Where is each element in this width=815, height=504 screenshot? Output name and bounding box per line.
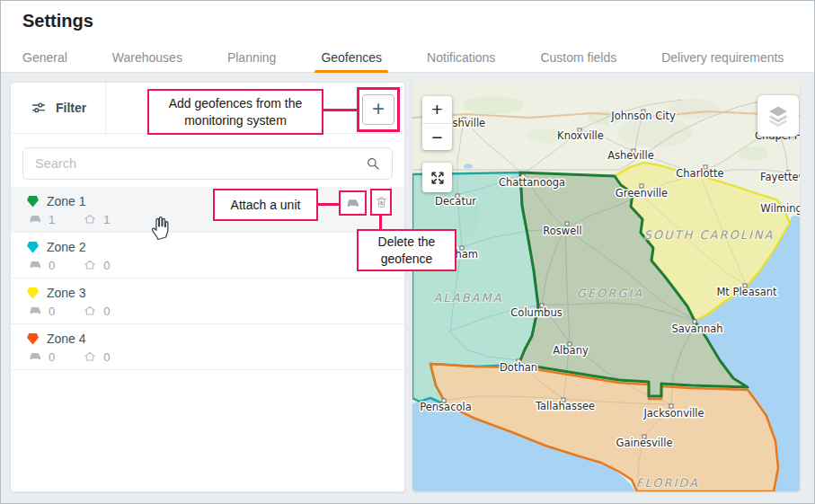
zoom-in-button[interactable]: + [422,96,452,123]
city-label: Gainesville [616,437,673,449]
vehicle-count-icon [28,304,42,318]
warehouse-count-icon [83,258,97,272]
vehicle-count-icon [28,212,42,226]
city-label: Chattanooga [499,176,565,189]
layers-button[interactable] [757,95,799,137]
map-zoom-control: + − [422,96,452,150]
plus-icon: + [372,98,385,119]
vehicle-count: 0 [49,259,55,272]
zone-color-icon [27,333,39,345]
callout-add-geofences: Add geofences from the monitoring system [147,89,323,135]
zone-row-2[interactable]: Zone 2 0 0 [11,233,404,279]
zone-row-1[interactable]: Zone 1 1 1 Attach a unit [11,187,404,233]
fullscreen-icon [429,169,447,187]
city-label: Savannah [671,323,722,335]
filter-button[interactable]: Filter [11,83,106,133]
warehouse-count-icon [83,349,97,364]
city-label: Fayetteville [760,171,800,183]
map-panel: NashvilleKnoxvilleJohnson CityAshevilleC… [412,80,800,491]
delete-geofence-button[interactable] [374,195,389,210]
zone-name: Zone 4 [47,332,86,346]
state-label: GEORGIA [577,287,643,300]
warehouse-count-icon [83,304,97,318]
layers-icon [765,102,792,129]
tab-geofences[interactable]: Geofences [314,42,388,72]
city-label: Johnson City [610,110,676,122]
trash-icon [374,195,389,210]
add-geofence-button[interactable]: + [362,94,394,125]
tab-planning[interactable]: Planning [221,42,283,72]
tab-general[interactable]: General [16,42,74,72]
warehouse-count-icon [83,212,97,226]
city-label: Charlotte [676,167,723,180]
zone-name: Zone 2 [47,240,86,254]
search-row [11,134,404,187]
geofences-list-panel: Filter Add geofences from the monitoring… [10,82,405,492]
state-label: SOUTH CAROLINA [644,228,775,242]
geofences-toolbar: Filter Add geofences from the monitoring… [11,83,404,134]
city-label: Columbus [510,306,562,319]
filter-label: Filter [56,101,86,115]
zone-name: Zone 1 [47,194,86,208]
warehouse-count: 0 [103,259,110,272]
warehouse-count: 0 [103,305,110,318]
content-area: Filter Add geofences from the monitoring… [1,73,814,503]
city-label: Jacksonville [642,407,704,420]
callout-connector [323,109,357,111]
filter-icon [31,100,47,116]
city-label: Decatur [435,195,476,208]
search-input-wrapper [22,147,393,180]
attach-unit-button[interactable] [345,196,360,211]
map-canvas[interactable]: NashvilleKnoxvilleJohnson CityAshevilleC… [412,80,800,491]
city-label: Knoxville [557,129,604,142]
search-icon [365,155,381,172]
tab-custom-fields[interactable]: Custom fields [534,42,623,72]
vehicle-count-icon [28,349,42,364]
vehicle-count: 0 [49,350,55,364]
tab-warehouses[interactable]: Warehouses [106,42,189,72]
zone-name: Zone 3 [47,286,86,300]
zone-list: Zone 1 1 1 Attach a unit [11,187,404,370]
vehicle-count: 1 [49,213,55,226]
zone-color-icon [27,287,39,299]
state-label: ALABAMA [433,291,502,305]
zone-color-icon [27,196,39,208]
warehouse-count: 1 [103,213,110,226]
city-label: Pensacola [420,401,472,413]
settings-tabs: General Warehouses Planning Geofences No… [1,42,814,73]
city-label: Tallahassee [535,400,595,412]
city-label: Albany [553,344,589,357]
tab-notifications[interactable]: Notifications [421,42,501,72]
delete-geofence-highlight [370,189,392,216]
tab-delivery-requirements[interactable]: Delivery requirements [655,42,790,72]
vehicle-count: 0 [49,305,55,318]
settings-screen: Settings General Warehouses Planning Geo… [0,0,815,504]
zone-color-icon [27,242,39,253]
callout-attach-unit: Attach a unit [213,189,318,221]
city-label: Mt Pleasant [716,286,777,298]
car-icon [345,196,360,211]
city-label: Greenville [616,187,668,199]
search-input[interactable] [23,148,392,179]
callout-delete-geofence: Delete the geofence [357,229,456,271]
attach-unit-highlight [339,190,367,216]
city-label: Wilmington [760,202,800,215]
callout-connector [379,214,382,229]
warehouse-count: 0 [103,350,110,364]
zoom-out-button[interactable]: − [422,123,452,150]
state-label: FLORIDA [636,476,699,490]
vehicle-count-icon [28,258,42,272]
add-geofence-highlight: + [357,87,400,132]
fullscreen-button[interactable] [422,163,452,192]
zone-row-3[interactable]: Zone 3 0 0 [11,279,404,324]
city-label: Roswell [543,225,581,237]
page-title: Settings [22,11,93,31]
callout-connector [316,203,339,206]
city-label: Asheville [607,149,654,162]
city-label: Dothan [500,361,537,374]
zone-row-4[interactable]: Zone 4 0 0 [11,324,404,370]
